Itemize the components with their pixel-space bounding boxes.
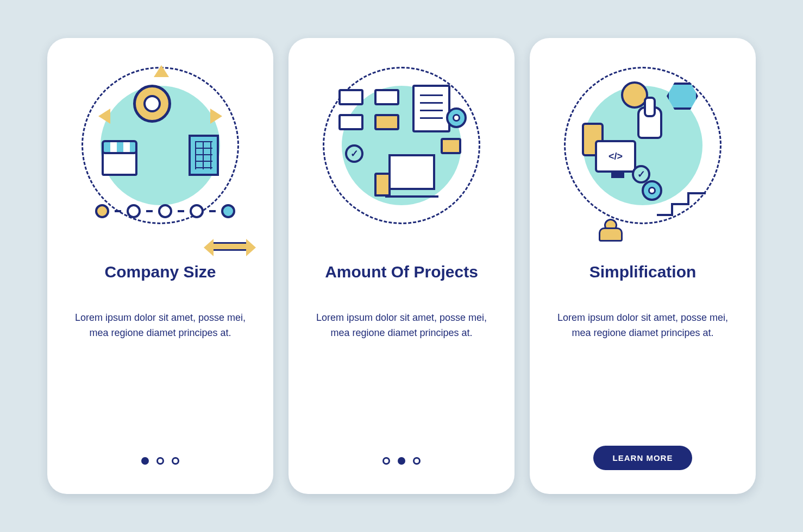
card-description: Lorem ipsum dolor sit amet, posse mei, m… (556, 311, 730, 341)
company-size-icon (73, 59, 247, 232)
dot-1[interactable] (141, 457, 149, 465)
learn-more-button[interactable]: LEARN MORE (593, 446, 693, 470)
card-title: Simplification (589, 263, 697, 281)
card-description: Lorem ipsum dolor sit amet, posse mei, m… (315, 311, 488, 341)
dot-3[interactable] (172, 457, 179, 465)
dot-1[interactable] (382, 457, 390, 465)
onboarding-container: Company Size Lorem ipsum dolor sit amet,… (47, 38, 756, 494)
onboarding-card-company-size: Company Size Lorem ipsum dolor sit amet,… (47, 38, 273, 494)
simplification-icon: </> ✓ (556, 59, 730, 232)
dot-2[interactable] (156, 457, 164, 465)
card-title: Amount Of Projects (325, 263, 478, 281)
pagination-dots (141, 457, 179, 465)
card-description: Lorem ipsum dolor sit amet, posse mei, m… (73, 311, 247, 341)
pagination-dots (382, 457, 421, 465)
dot-2[interactable] (398, 457, 405, 465)
onboarding-card-simplification: </> ✓ Simplification Lorem ipsum dolor s… (530, 38, 756, 494)
onboarding-card-projects: ✓ Amount Of Projects Lorem ipsum dolor s… (288, 38, 515, 494)
card-title: Company Size (104, 263, 216, 281)
dot-3[interactable] (413, 457, 421, 465)
projects-icon: ✓ (315, 59, 488, 232)
